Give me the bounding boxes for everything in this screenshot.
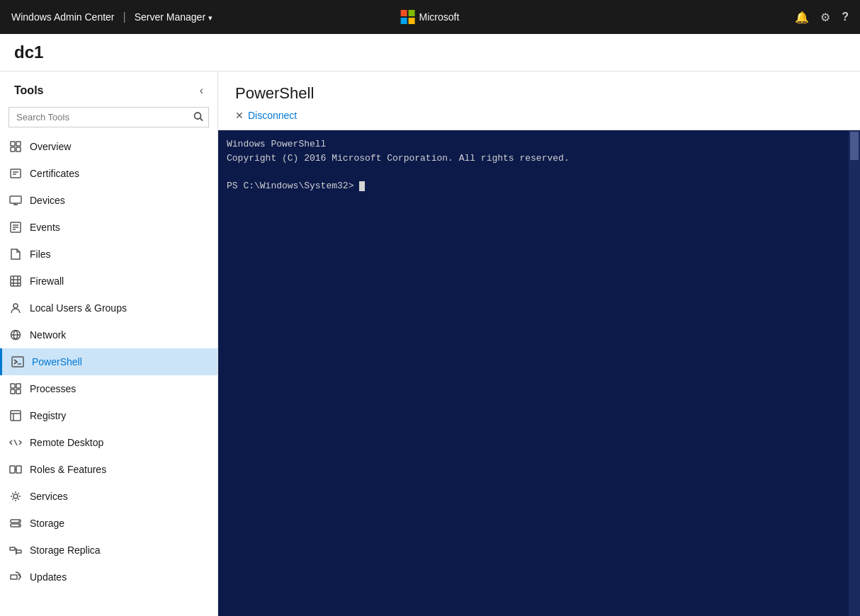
terminal-cursor (359, 181, 365, 191)
remotedesktop-icon (9, 435, 23, 450)
bell-icon[interactable]: 🔔 (795, 11, 809, 24)
powershell-icon (11, 355, 25, 369)
registry-label: Registry (30, 410, 66, 421)
disconnect-x-icon: ✕ (235, 110, 244, 121)
sidebar-item-overview[interactable]: Overview (0, 133, 217, 160)
sidebar-item-registry[interactable]: Registry (0, 402, 217, 429)
sidebar-collapse-button[interactable]: ‹ (197, 81, 206, 100)
sidebar-header: Tools ‹ (0, 72, 217, 107)
svg-point-40 (18, 520, 20, 522)
svg-point-37 (13, 494, 18, 498)
updates-icon (9, 570, 23, 584)
svg-rect-42 (10, 547, 15, 550)
search-input[interactable] (9, 107, 209, 127)
topbar-divider: | (123, 11, 126, 23)
storagereplica-icon (9, 543, 23, 557)
rolesfeatures-label: Roles & Features (30, 464, 106, 475)
sidebar-item-files[interactable]: Files (0, 241, 217, 268)
nav-list: Overview Certificates Devices (0, 133, 217, 616)
terminal-scrollbar-thumb[interactable] (850, 132, 859, 160)
sidebar-item-remotedesktop[interactable]: Remote Desktop (0, 429, 217, 456)
sidebar-item-events[interactable]: Events (0, 214, 217, 241)
events-label: Events (30, 222, 60, 233)
network-icon (9, 328, 23, 342)
sidebar-item-storagereplica[interactable]: Storage Replica (0, 537, 217, 564)
topbar: Windows Admin Center | Server Manager Mi… (0, 0, 860, 34)
devices-icon (9, 193, 23, 207)
server-name: dc1 (14, 42, 43, 62)
overview-label: Overview (30, 141, 71, 152)
svg-line-1 (200, 118, 203, 121)
svg-rect-27 (16, 384, 21, 388)
sidebar-item-services[interactable]: Services (0, 483, 217, 510)
svg-rect-28 (11, 389, 15, 394)
localusers-label: Local Users & Groups (30, 302, 127, 314)
main-content: PowerShell ✕ Disconnect Windows PowerShe… (218, 72, 860, 616)
events-icon (9, 220, 23, 234)
processes-icon (9, 382, 23, 396)
svg-rect-9 (10, 196, 21, 203)
sidebar-item-network[interactable]: Network (0, 321, 217, 348)
overview-icon (9, 139, 23, 154)
server-manager-dropdown[interactable]: Server Manager (135, 11, 213, 23)
disconnect-label: Disconnect (248, 110, 297, 121)
topbar-left: Windows Admin Center | Server Manager (11, 11, 213, 23)
svg-rect-16 (11, 276, 21, 286)
svg-rect-4 (11, 147, 15, 152)
files-icon (9, 247, 23, 261)
ms-logo-icon (401, 10, 415, 24)
svg-point-21 (13, 304, 18, 308)
server-manager-label: Server Manager (135, 11, 205, 23)
remotedesktop-label: Remote Desktop (30, 437, 103, 448)
sidebar-item-processes[interactable]: Processes (0, 375, 217, 402)
svg-rect-29 (16, 389, 21, 394)
main-wrapper: dc1 Tools ‹ (0, 34, 860, 616)
sidebar-item-devices[interactable]: Devices (0, 187, 217, 214)
help-icon[interactable]: ? (842, 11, 849, 23)
updates-label: Updates (30, 571, 67, 583)
sidebar-item-localusers[interactable]: Local Users & Groups (0, 295, 217, 321)
search-button[interactable] (193, 111, 203, 123)
certificates-label: Certificates (30, 168, 79, 179)
terminal-scrollbar[interactable] (849, 130, 860, 616)
services-label: Services (30, 491, 68, 502)
firewall-icon (9, 274, 23, 288)
svg-rect-34 (10, 466, 15, 473)
firewall-label: Firewall (30, 275, 64, 287)
disconnect-button[interactable]: ✕ Disconnect (235, 110, 297, 121)
certificates-icon (9, 166, 23, 181)
svg-rect-26 (11, 384, 15, 388)
powershell-label: PowerShell (32, 356, 82, 367)
svg-point-41 (18, 525, 20, 526)
svg-rect-44 (11, 575, 17, 579)
app-name: Windows Admin Center (11, 11, 115, 23)
terminal-output: Windows PowerShell Copyright (C) 2016 Mi… (227, 137, 851, 193)
tools-label: Tools (14, 84, 43, 97)
settings-icon[interactable]: ⚙ (820, 11, 830, 24)
storage-icon (9, 516, 23, 530)
sidebar-item-powershell[interactable]: PowerShell (0, 348, 217, 375)
content-title: PowerShell (235, 84, 843, 103)
devices-label: Devices (30, 195, 65, 206)
chevron-down-icon (208, 11, 213, 23)
ms-logo-area: Microsoft (401, 10, 460, 24)
processes-label: Processes (30, 383, 76, 394)
localusers-icon (9, 301, 23, 315)
sidebar-item-storage[interactable]: Storage (0, 510, 217, 537)
svg-rect-2 (11, 142, 15, 146)
search-box (9, 107, 209, 127)
svg-rect-5 (16, 147, 21, 152)
svg-rect-6 (11, 169, 21, 178)
storage-label: Storage (30, 518, 64, 529)
sidebar-item-rolesfeatures[interactable]: Roles & Features (0, 456, 217, 483)
files-label: Files (30, 249, 51, 260)
svg-line-33 (14, 440, 17, 445)
server-title-bar: dc1 (0, 34, 860, 72)
terminal-area[interactable]: Windows PowerShell Copyright (C) 2016 Mi… (218, 130, 860, 616)
content-area: Tools ‹ Overview (0, 72, 860, 616)
sidebar-item-updates[interactable]: Updates (0, 564, 217, 591)
storagereplica-label: Storage Replica (30, 544, 101, 556)
rolesfeatures-icon (9, 462, 23, 477)
sidebar-item-firewall[interactable]: Firewall (0, 268, 217, 295)
sidebar-item-certificates[interactable]: Certificates (0, 160, 217, 187)
